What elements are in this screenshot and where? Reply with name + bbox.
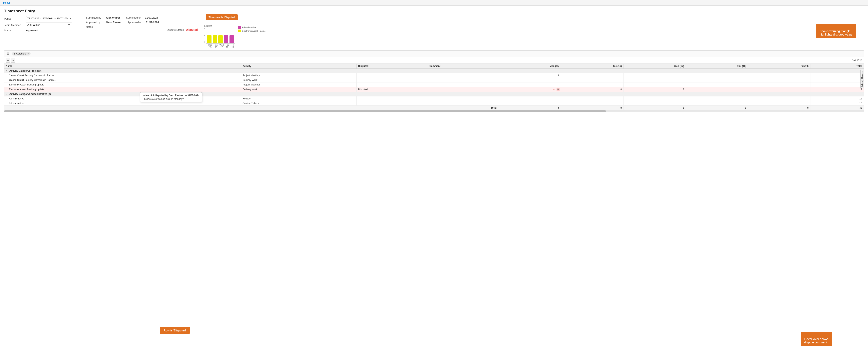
- row3-thu: [686, 82, 748, 87]
- chart-x-wed: Wed 17: [219, 44, 224, 48]
- group-row-admin: ▼ Activity Category: Administrative (2): [4, 92, 864, 97]
- filters-button[interactable]: Filters: [860, 80, 864, 88]
- chart-y-0: 0: [204, 41, 205, 43]
- form-middle: Submitted by Alex Wilber Submitted on 31…: [86, 16, 159, 30]
- table-row-disputed: Electronic Asset Tracking Update Deliver…: [4, 87, 864, 92]
- add-row-button[interactable]: +: [6, 58, 10, 63]
- legend-ea-color: [238, 30, 241, 32]
- notes-label: Notes: [86, 25, 104, 28]
- dispute-status-label: Dispute Status: [167, 28, 184, 31]
- columns-button[interactable]: Columns: [860, 70, 864, 80]
- form-left: Period TS2024/29 - 15/07/2024 to 21/07/2…: [4, 16, 80, 34]
- row5-disputed: [356, 97, 428, 101]
- total-tue: 8: [561, 106, 623, 110]
- approved-by-value: Gero Renker: [106, 21, 122, 24]
- row6-total: 16: [810, 101, 864, 106]
- table-wrapper: Name Activity Disputed Comment Mon (15) …: [4, 64, 864, 110]
- chart-bar-thu-magenta: [224, 35, 228, 43]
- submitted-by-value: Alex Wilber: [106, 16, 120, 19]
- chart-bar-mon: [207, 35, 212, 43]
- horizontal-scrollbar[interactable]: [4, 110, 864, 112]
- row1-thu: [686, 73, 748, 78]
- expand-admin-icon[interactable]: ▼: [6, 93, 8, 95]
- col-thu: Thu (18): [686, 64, 748, 69]
- row4-wed: 8: [623, 87, 686, 92]
- chart-bar-fri-magenta: [229, 35, 234, 43]
- row1-fri: [748, 73, 810, 78]
- row1-wed: [623, 73, 686, 78]
- row2-mon: [499, 78, 561, 82]
- col-fri: Fri (19): [748, 64, 810, 69]
- legend-admin-label: Administrative: [242, 26, 256, 29]
- legend-administrative: Administrative: [238, 26, 266, 29]
- table-total-row: Total: 8 8 8 8 8 40: [4, 106, 864, 110]
- chart-legend: Administrative Electronic Asset Track...: [238, 26, 266, 32]
- row5-thu: [686, 97, 748, 101]
- filter-list-button[interactable]: ☰: [6, 52, 10, 56]
- expand-project-icon[interactable]: ▼: [6, 70, 8, 72]
- row4-comment: [428, 87, 499, 92]
- main-table: Name Activity Disputed Comment Mon (15) …: [4, 64, 864, 110]
- remove-row-button[interactable]: −: [11, 58, 16, 63]
- table-row: Closed Circuit Security Cameras in Parki…: [4, 73, 864, 78]
- row5-comment: [428, 97, 499, 101]
- row6-fri: [748, 101, 810, 106]
- total-fri: 8: [748, 106, 810, 110]
- row1-mon: 8: [499, 73, 561, 78]
- category-chip-close[interactable]: ✕: [27, 53, 29, 55]
- row2-activity: Delivery Work: [241, 78, 356, 82]
- table-row: Electronic Asset Tracking Update Project…: [4, 82, 864, 87]
- chart-bar-tue: [213, 35, 217, 43]
- row6-activity: Service Tickets: [241, 101, 356, 106]
- row4-thu: [686, 87, 748, 92]
- chart-x-thu: Thu 18: [225, 44, 229, 48]
- chart-bar-wed-yellow: [218, 35, 223, 43]
- group-row-project: ▼ Activity Category: Project (4): [4, 69, 864, 73]
- row5-tue: [561, 97, 623, 101]
- row4-mon-value: 8: [557, 88, 560, 91]
- chart-y-2: 2: [204, 35, 205, 37]
- total-label: Total:: [4, 106, 499, 110]
- row1-name: Closed Circuit Security Cameras in Parki…: [4, 73, 241, 78]
- row3-activity: Project Meetings: [241, 82, 356, 87]
- row2-name: Closed Circuit Security Cameras in Parki…: [4, 78, 241, 82]
- row2-disputed: [356, 78, 428, 82]
- submitted-on-label: Submitted on: [126, 16, 142, 19]
- row6-wed: [623, 101, 686, 106]
- team-member-label: Team Member: [4, 24, 24, 27]
- group-label-project: ▼ Activity Category: Project (4): [4, 69, 864, 73]
- warning-triangle-icon: ⚠: [553, 88, 555, 91]
- row4-tue: 8: [561, 87, 623, 92]
- row2-comment: [428, 78, 499, 82]
- total-mon: 8: [499, 106, 561, 110]
- legend-electronic-asset: Electronic Asset Track...: [238, 30, 266, 32]
- recall-link[interactable]: Recall: [3, 1, 10, 4]
- col-mon: Mon (15): [499, 64, 561, 69]
- row1-disputed: [356, 73, 428, 78]
- row3-total: [810, 82, 864, 87]
- team-member-select[interactable]: Alex Wilber: [26, 23, 72, 27]
- grid-icon: ⊞: [13, 53, 16, 55]
- row3-name: Electronic Asset Tracking Update: [4, 82, 241, 87]
- period-label: Period: [4, 17, 24, 20]
- chart-x-fri: Fri 19: [230, 44, 235, 48]
- notes-value: ---: [106, 25, 108, 28]
- submitted-on-value: 31/07/2024: [145, 16, 158, 19]
- status-label: Status: [4, 29, 24, 32]
- col-total: Total: [810, 64, 864, 69]
- row4-activity: Delivery Work: [241, 87, 356, 92]
- chart-bar-wed: [218, 35, 223, 43]
- status-value: Approved: [26, 29, 38, 32]
- row1-total: 24: [810, 73, 864, 78]
- dispute-status-value: Disputed: [186, 28, 198, 31]
- row3-fri: [748, 82, 810, 87]
- top-bar: Recall: [0, 0, 868, 6]
- chart-bar-thu: [224, 35, 228, 43]
- table-row: Administrative Holiday 16: [4, 97, 864, 101]
- row3-wed: [623, 82, 686, 87]
- chart-bar-mon-yellow: [207, 35, 212, 43]
- category-chip-label: Category: [16, 52, 26, 55]
- chart-y-4: 4: [204, 28, 205, 30]
- row1-comment: [428, 73, 499, 78]
- period-select[interactable]: TS2024/29 - 15/07/2024 to 21/07/2024: [26, 16, 73, 21]
